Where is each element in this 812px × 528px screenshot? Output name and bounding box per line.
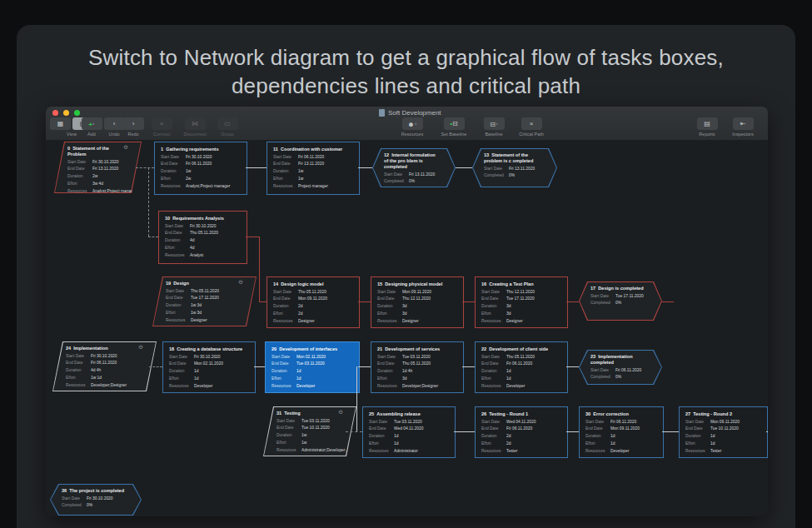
undo-button[interactable]: ‹ [104,117,125,130]
resources-button[interactable]: ☻∨ [402,117,423,130]
headline-line1: Switch to Network diagram to get a graph… [17,43,795,72]
task-body: 17Design is completedStart DateTue 17.11… [580,282,661,320]
baseline-button[interactable]: ⊟∨ [484,117,505,130]
task-node-16[interactable]: 16Creating a Test PlanStart DateThu 12.1… [475,276,568,328]
field-value: Administrator [394,450,418,454]
field-label: Resources [276,449,301,453]
zoom-button[interactable] [74,110,80,116]
field-value: Tue 10.11.2020 [301,426,330,431]
task-node-18[interactable]: 18Creating a database structureStart Dat… [162,341,256,393]
field-label: Duration [377,370,402,374]
field-value: Mon 02.11.2020 [194,362,223,366]
field-value: 1d [610,442,615,446]
set-baseline-button[interactable]: •⊟ [444,117,465,130]
field-label: Duration [161,170,186,174]
field-label: Start Date [481,356,506,360]
task-title: 22Development of client side [481,346,562,352]
field-label: Duration [276,434,301,438]
task-field-row: Effort3d [377,312,458,316]
task-node-10[interactable]: 10Requirements AnalysisStart DateFri 30.… [158,211,247,264]
critical-path-button[interactable]: × [521,117,542,130]
task-title: 11Coordination with customer [273,147,354,152]
field-label: Effort [481,442,506,446]
task-node-19[interactable]: ⊖19DesignStart DateThu 05.11.2020End Dat… [152,276,257,326]
task-node-11[interactable]: 11Coordination with customerStart DateFr… [267,142,360,195]
disconnect-icon-button[interactable]: ⋈ [185,117,206,130]
task-node-14[interactable]: 14Design logic modelStart DateThu 05.11.… [267,276,360,328]
field-value: Tue 10.11.2020 [710,427,739,431]
task-node-12[interactable]: 12Internal formulation of the pro blem i… [372,148,456,187]
task-title: 15Designing physical model [377,281,458,287]
redo-button[interactable]: › [123,117,144,130]
field-value: 3d [402,305,406,309]
baseline-icon: ⊟ [452,120,458,127]
field-label: Duration [273,170,298,174]
group-button[interactable]: ▭ [217,117,238,130]
reports-button[interactable]: ▤ [697,117,718,130]
field-label: Resources [273,185,298,189]
field-label: Start Date [271,356,296,360]
task-node-20[interactable]: 20Development of interfacesStart DateMon… [265,341,360,393]
task-title: 24Implementation [66,346,144,351]
field-label: Resources [66,384,91,388]
field-value: 1w 3d [191,311,202,316]
traffic-lights[interactable] [52,110,80,116]
task-field-row: End DateFri 06.11.2020 [481,362,562,366]
field-value: 2w [92,175,97,179]
task-node-23[interactable]: 23Implementation completedStart DateFri … [579,350,662,385]
task-node-17[interactable]: 17Design is completedStart DateTue 17.11… [579,281,662,321]
task-field-row: Effort1d [585,442,658,446]
task-node-15[interactable]: 15Designing physical modelStart DateMon … [371,276,464,328]
field-value: Fri 13.11.2020 [409,173,435,177]
task-title: 30Error correction [585,411,658,417]
view-workbreakdown-button[interactable]: ▦ [50,117,71,130]
field-value: Tester [710,450,721,454]
task-node-13[interactable]: 13Statement of the problem is c ompleted… [472,148,557,187]
task-node-30[interactable]: 30Error correctionStart DateFri 06.11.20… [579,406,664,458]
task-field-row: Effort1d [481,377,562,381]
task-name: Statement of the problem is c ompleted [484,152,533,163]
task-id: 1 [161,147,163,152]
task-node-21[interactable]: 21Development of servicesStart DateTue 0… [371,341,464,393]
inspectors-button[interactable]: ⇤ [733,117,754,130]
field-value: Tue 17.11.2020 [506,297,535,301]
task-field-row: Start DateTue 03.11.2020 [369,421,450,425]
field-label: Start Date [161,156,186,160]
field-label: End Date [369,427,394,431]
field-value: 4d [190,247,194,251]
field-value: Fri 13.11.2020 [298,162,324,167]
task-node-27[interactable]: 27Testing - Round 2Start DateMon 09.11.2… [679,406,768,458]
task-node-0[interactable]: ⊖0Statement of the ProblemStart DateFri … [54,142,142,193]
network-canvas[interactable]: ⊖0Statement of the ProblemStart DateFri … [46,140,768,516]
task-title: 16Creating a Test Plan [481,281,562,287]
task-body: 15Designing physical modelStart DateMon … [372,278,462,326]
minimize-button[interactable] [63,110,69,116]
field-value: Developer [610,450,629,454]
task-node-25[interactable]: 25Assembling releaseStart DateTue 03.11.… [362,406,456,458]
connect-button[interactable]: × [152,117,172,130]
task-field-row: Duration1d 4h [377,370,458,374]
field-label: Start Date [276,420,301,424]
field-value: Thu 12.11.2020 [402,297,431,301]
task-field-row: End DateFri 06.11.2020 [161,162,242,167]
field-value: Wed 04.11.2020 [506,421,536,425]
task-node-31[interactable]: ⊖31TestingStart DateTue 03.11.2020End Da… [263,406,356,456]
task-name: Statement of the Problem [67,146,109,157]
task-node-22[interactable]: 22Development of client sideStart DateTh… [475,341,568,393]
field-value: Analyst [190,254,203,258]
field-value: Tue 03.11.2020 [394,421,422,425]
task-node-1[interactable]: 1Gathering requirementsStart DateFri 30.… [154,142,247,195]
field-label: Duration [481,305,506,309]
task-field-row: Start DateFri 30.10.2020 [161,156,242,160]
field-label: End Date [377,362,402,366]
task-node-26[interactable]: 26Testing - Round 1Start DateWed 04.11.2… [475,406,568,458]
field-label: Start Date [66,355,91,359]
task-node-24[interactable]: ⊖24ImplementationStart DateFri 30.10.202… [52,341,157,391]
field-value: 3d [402,377,406,381]
add-button[interactable]: +∨ [82,117,102,130]
close-button[interactable] [52,110,58,116]
task-name: The project is completed [69,488,124,493]
task-node-36[interactable]: 36The project is completedStart DateFri … [50,484,142,516]
field-label: Start Date [377,291,402,295]
field-value: 2d [298,305,302,309]
